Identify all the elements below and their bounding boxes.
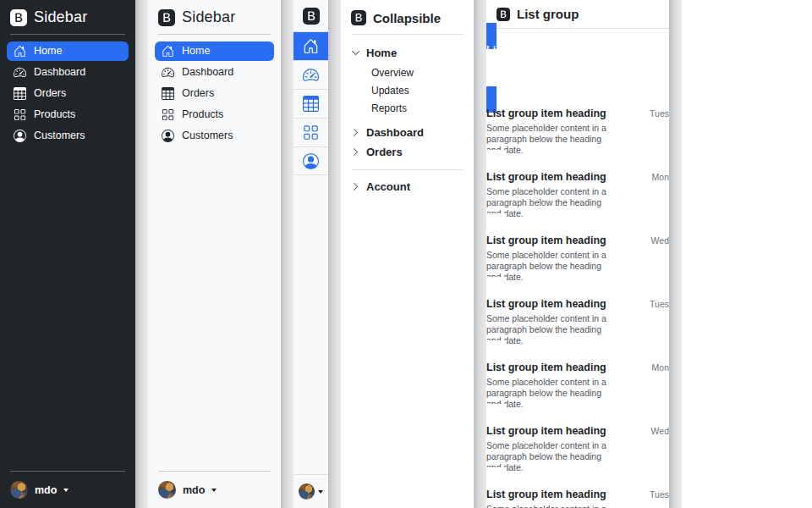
- list-item-header-row: List group item headingMon: [486, 171, 669, 184]
- spacer: [294, 175, 328, 474]
- tree-child-updates[interactable]: Updates: [351, 81, 464, 99]
- sidebar-item-customers[interactable]: Customers: [7, 126, 129, 146]
- list-item-heading: List group item heading: [486, 489, 606, 501]
- icon-sidebar-item-table[interactable]: [294, 89, 328, 118]
- icon-sidebar: [294, 0, 328, 508]
- sidebar-item-customers[interactable]: Customers: [155, 126, 274, 146]
- sidebar-item-label: Customers: [182, 130, 233, 142]
- spacer: [0, 146, 135, 471]
- collapse-toggle-label: Dashboard: [366, 126, 424, 139]
- sidebar-item-orders[interactable]: Orders: [155, 84, 274, 103]
- sidebar-item-orders[interactable]: Orders: [7, 84, 129, 103]
- list-group: List group item headingWedSome placehold…: [486, 29, 669, 508]
- column-divider: [135, 0, 148, 508]
- list-item-date: Tues: [650, 108, 669, 119]
- list-item-header-row: List group item headingWed: [486, 235, 669, 247]
- chevron-right-icon: [351, 128, 360, 137]
- page-background: [682, 0, 812, 508]
- list-item-heading: List group item heading: [486, 44, 606, 57]
- speedometer-icon: [162, 66, 174, 79]
- light-sidebar-brand-link[interactable]: Sidebar: [148, 0, 281, 34]
- collapsible-sidebar: Collapsible HomeOverviewUpdatesReportsDa…: [341, 0, 474, 508]
- icon-sidebar-item-speedometer[interactable]: [294, 60, 328, 89]
- dark-sidebar-brand-title: Sidebar: [34, 8, 87, 26]
- collapse-toggle-home[interactable]: Home: [351, 43, 464, 63]
- list-group-item[interactable]: List group item headingTuesSome placehol…: [486, 467, 669, 508]
- column-divider: [474, 0, 486, 508]
- table-icon: [162, 87, 174, 100]
- sidebar-divider: [10, 34, 125, 35]
- tree-child-reports[interactable]: Reports: [351, 99, 464, 117]
- sidebar-item-label: Products: [34, 108, 75, 121]
- icon-sidebar-brand-link[interactable]: [294, 0, 328, 31]
- icon-sidebar-item-person-circle[interactable]: [294, 146, 328, 175]
- column-divider: [328, 0, 341, 508]
- dark-sidebar-brand-link[interactable]: Sidebar: [0, 0, 135, 34]
- list-group-item[interactable]: List group item headingTuesSome placehol…: [486, 277, 669, 367]
- sidebar-item-products[interactable]: Products: [7, 105, 129, 124]
- collapsible-brand-link[interactable]: Collapsible: [351, 8, 464, 35]
- list-group-brand-link[interactable]: List group: [486, 0, 669, 29]
- user-dropdown-light[interactable]: mdo: [148, 472, 281, 508]
- tree-child-overview[interactable]: Overview: [351, 64, 464, 81]
- list-item-header-row: List group item headingTues: [486, 298, 669, 311]
- collapse-toggle-dashboard[interactable]: Dashboard: [351, 123, 464, 142]
- home-icon: [14, 45, 26, 58]
- user-dropdown-dark[interactable]: mdo: [0, 472, 135, 508]
- collapse-toggle-orders[interactable]: Orders: [351, 142, 464, 162]
- light-sidebar-nav: HomeDashboardOrdersProductsCustomers: [148, 41, 281, 146]
- sidebar-item-dashboard[interactable]: Dashboard: [155, 63, 274, 82]
- sidebar-item-home[interactable]: Home: [155, 41, 274, 61]
- list-group-item[interactable]: List group item headingWedSome placehold…: [486, 213, 669, 303]
- list-item-date: Tues: [650, 489, 669, 500]
- user-name: mdo: [35, 484, 57, 496]
- icon-sidebar-item-home[interactable]: [294, 31, 328, 60]
- grid-icon: [14, 108, 26, 121]
- user-avatar: [10, 481, 28, 499]
- bootstrap-logo-icon: [10, 9, 27, 26]
- icon-sidebar-nav: [294, 31, 328, 175]
- list-item-heading: List group item heading: [486, 298, 606, 311]
- list-item-header-row: List group item headingWed: [486, 425, 669, 438]
- speedometer-icon: [14, 66, 26, 79]
- user-dropdown-icons[interactable]: [294, 474, 328, 508]
- table-icon: [303, 96, 319, 112]
- list-item-header-row: List group item headingTues: [486, 489, 669, 501]
- sidebar-item-label: Orders: [34, 87, 66, 100]
- sidebar-item-label: Products: [182, 108, 223, 121]
- list-group-item[interactable]: List group item headingWedSome placehold…: [486, 404, 669, 494]
- chevron-right-icon: [351, 48, 360, 58]
- spacer: [148, 146, 281, 471]
- list-item-date: Wed: [651, 45, 669, 55]
- icon-sidebar-item-grid[interactable]: [294, 118, 328, 146]
- sidebar-item-label: Customers: [34, 130, 85, 142]
- person-circle-icon: [303, 153, 319, 169]
- list-item-heading: List group item heading: [486, 362, 606, 374]
- grid-icon: [162, 108, 174, 121]
- list-group-item[interactable]: List group item headingTuesSome placehol…: [486, 86, 669, 176]
- sidebar-item-label: Dashboard: [34, 66, 85, 79]
- list-item-heading: List group item heading: [486, 108, 606, 120]
- home-icon: [162, 45, 174, 58]
- list-group-item[interactable]: List group item headingMonSome placehold…: [486, 150, 669, 240]
- person-circle-icon: [162, 130, 174, 142]
- collapse-toggle-label: Orders: [366, 146, 403, 158]
- sidebar-item-dashboard[interactable]: Dashboard: [7, 63, 129, 82]
- collapse-children: OverviewUpdatesReports: [351, 63, 464, 123]
- bootstrap-logo-icon: [303, 8, 320, 25]
- caret-down-icon: [63, 489, 69, 492]
- list-item-heading: List group item heading: [486, 235, 606, 247]
- list-group-panel: List group List group item headingWedSom…: [486, 0, 669, 508]
- list-item-heading: List group item heading: [486, 425, 606, 438]
- sidebar-item-label: Dashboard: [182, 66, 233, 79]
- list-group-item[interactable]: List group item headingMonSome placehold…: [486, 340, 669, 430]
- list-item-header-row: List group item headingMon: [486, 362, 669, 374]
- bootstrap-logo-icon: [497, 8, 510, 21]
- collapse-toggle-account[interactable]: Account: [351, 177, 464, 196]
- sidebar-item-products[interactable]: Products: [155, 105, 274, 124]
- sidebar-item-label: Home: [34, 45, 62, 58]
- list-item-header-row: List group item headingTues: [486, 108, 669, 120]
- list-group-item[interactable]: List group item headingWedSome placehold…: [486, 23, 669, 113]
- list-item-date: Mon: [652, 172, 669, 182]
- sidebar-item-home[interactable]: Home: [7, 41, 129, 61]
